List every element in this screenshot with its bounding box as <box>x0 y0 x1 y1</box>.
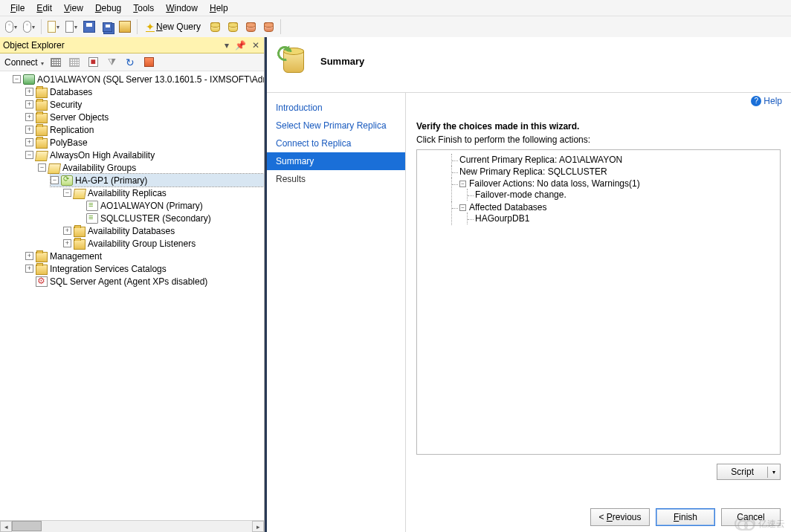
h-scrollbar[interactable]: ◂ ▸ <box>0 520 264 532</box>
sparkle-icon: ✦ <box>146 22 155 32</box>
new-query-label: New Query <box>156 22 201 32</box>
collapse-icon[interactable]: − <box>25 151 33 159</box>
scroll-left-icon[interactable]: ◂ <box>0 521 12 532</box>
save-button[interactable] <box>81 19 97 35</box>
nav-back-button[interactable]: ▾ <box>3 19 19 35</box>
nav-fwd-button[interactable]: ▾ <box>21 19 37 35</box>
filter-button[interactable]: ⧩ <box>103 54 120 71</box>
tree-polybase[interactable]: +PolyBase <box>25 136 264 149</box>
wizard-body: Introduction Select New Primary Replica … <box>267 93 791 532</box>
tree-scroll[interactable]: − AO1\ALWAYON (SQL Server 13.0.1601.5 - … <box>0 71 264 532</box>
menu-tools[interactable]: Tools <box>127 1 160 15</box>
save-all-button[interactable] <box>99 19 115 35</box>
nav-connect-replica[interactable]: Connect to Replica <box>267 134 405 152</box>
summary-failover-actions[interactable]: −Failover Actions: No data loss, Warning… <box>452 178 775 189</box>
tree-security[interactable]: +Security <box>25 98 264 111</box>
db-as-query-button[interactable] <box>225 19 241 35</box>
tree-replication[interactable]: +Replication <box>25 123 264 136</box>
verify-heading: Verify the choices made in this wizard. <box>416 121 781 132</box>
stop-button[interactable] <box>85 54 101 71</box>
menu-view[interactable]: View <box>58 1 89 15</box>
tree-sql-agent[interactable]: SQL Server Agent (Agent XPs disabled) <box>25 275 264 288</box>
menu-window[interactable]: Window <box>160 1 204 15</box>
nav-results[interactable]: Results <box>267 170 405 188</box>
tree-ha-gp1[interactable]: −HA-GP1 (Primary) <box>51 174 264 186</box>
tree-availability-groups[interactable]: −Availability Groups <box>38 161 264 174</box>
close-icon[interactable]: ✕ <box>251 40 261 51</box>
expand-icon[interactable]: + <box>63 227 71 235</box>
window-position-icon[interactable]: ▾ <box>223 40 230 51</box>
collapse-icon[interactable]: − <box>51 176 59 184</box>
expand-icon[interactable]: + <box>25 100 33 108</box>
collapse-icon[interactable]: − <box>63 189 71 197</box>
scroll-thumb[interactable] <box>12 521 42 531</box>
tree-availability-replicas[interactable]: −Availability Replicas <box>63 186 264 199</box>
object-explorer-pane: Object Explorer ▾ 📌 ✕ Connect ▾ ⧩ ↻ <box>0 37 265 532</box>
finish-button[interactable]: FinishFinish <box>656 508 715 526</box>
connect-dropdown[interactable]: Connect ▾ <box>3 57 45 68</box>
tree-databases[interactable]: +Databases <box>25 85 264 98</box>
tree-alwayson[interactable]: −AlwaysOn High Availability <box>25 149 264 161</box>
tree-replica-secondary[interactable]: SQLCLUSTER (Secondary) <box>76 212 264 224</box>
tree-server-objects[interactable]: +Server Objects <box>25 111 264 123</box>
replica-icon <box>86 201 98 211</box>
menu-debug[interactable]: Debug <box>89 1 127 15</box>
db-dmx-query-button[interactable] <box>260 19 277 35</box>
menu-file[interactable]: File <box>4 1 30 15</box>
collapse-icon[interactable]: − <box>38 163 46 172</box>
connect-icon <box>51 58 61 67</box>
nav-summary[interactable]: Summary <box>267 152 405 170</box>
summary-current-primary[interactable]: Current Primary Replica: AO1\ALWAYON <box>452 155 775 165</box>
summary-db-item[interactable]: HAGourpDB1 <box>468 213 775 224</box>
expand-icon[interactable]: + <box>25 113 33 121</box>
menubar: File Edit View Debug Tools Window Help <box>0 0 791 16</box>
disconnect-button[interactable] <box>66 54 83 71</box>
tree-availability-dbs[interactable]: +Availability Databases <box>63 224 264 237</box>
refresh-button[interactable]: ↻ <box>122 54 138 71</box>
db-red-icon <box>246 22 256 32</box>
db-yellow-icon <box>210 22 220 32</box>
tree-availability-listeners[interactable]: +Availability Group Listeners <box>63 237 264 250</box>
collapse-icon[interactable]: − <box>13 75 21 83</box>
summary-failover-mode[interactable]: Failover-mode change. <box>468 189 775 200</box>
tree-management[interactable]: +Management <box>25 250 264 262</box>
cancel-button[interactable]: Cancel <box>721 508 781 526</box>
open-file-button[interactable]: ▾ <box>63 19 80 35</box>
tree-server-root[interactable]: − AO1\ALWAYON (SQL Server 13.0.1601.5 - … <box>13 73 264 85</box>
connect-button[interactable] <box>48 54 64 71</box>
expand-icon[interactable]: + <box>25 265 33 273</box>
expand-icon[interactable]: + <box>63 239 71 247</box>
new-query-button[interactable]: ✦ New Query <box>143 19 204 35</box>
object-explorer-header: Object Explorer ▾ 📌 ✕ <box>0 37 264 53</box>
summary-new-primary[interactable]: New Primary Replica: SQLCLUSTER <box>452 166 775 177</box>
new-project-button[interactable]: ▾ <box>45 19 62 35</box>
open-folder-icon <box>119 21 131 33</box>
expand-icon[interactable]: + <box>25 252 33 260</box>
db-engine-query-button[interactable] <box>207 19 223 35</box>
wizard-nav: Introduction Select New Primary Replica … <box>267 93 406 532</box>
summary-affected-dbs[interactable]: −Affected Databases <box>452 202 775 213</box>
summary-tree[interactable]: Current Primary Replica: AO1\ALWAYON New… <box>416 149 781 455</box>
previous-button[interactable]: < PPreviousrevious <box>590 508 650 526</box>
pin-icon[interactable]: 📌 <box>233 40 248 51</box>
expand-icon[interactable]: + <box>25 88 33 96</box>
db-mdx-query-button[interactable] <box>242 19 259 35</box>
properties-button[interactable] <box>141 54 157 71</box>
collapse-icon[interactable]: − <box>459 204 466 211</box>
collapse-icon[interactable]: − <box>459 181 466 187</box>
folder-icon <box>36 88 48 98</box>
tree-replica-primary[interactable]: AO1\ALWAYON (Primary) <box>76 199 264 212</box>
expand-icon[interactable]: + <box>25 138 33 146</box>
script-button[interactable]: Script ▾ <box>717 464 781 480</box>
save-all-icon <box>103 22 112 32</box>
scroll-right-icon[interactable]: ▸ <box>252 521 264 532</box>
help-link[interactable]: ? Help <box>751 96 782 106</box>
tree-integration-services[interactable]: +Integration Services Catalogs <box>25 262 264 275</box>
nav-introduction[interactable]: Introduction <box>267 99 405 117</box>
menu-help[interactable]: Help <box>204 1 234 15</box>
open-folder-button[interactable] <box>117 19 133 35</box>
separator <box>280 19 281 34</box>
expand-icon[interactable]: + <box>25 126 33 134</box>
menu-edit[interactable]: Edit <box>30 1 58 15</box>
nav-select-primary[interactable]: Select New Primary Replica <box>267 117 405 134</box>
